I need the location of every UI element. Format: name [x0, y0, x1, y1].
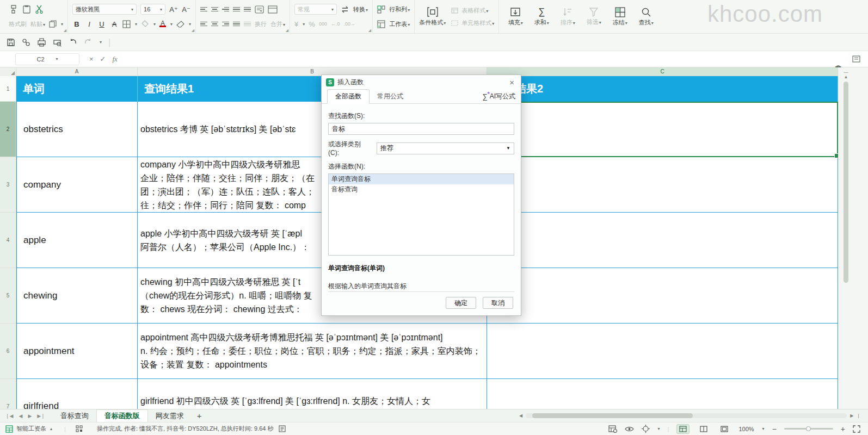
fullscreen-icon[interactable] [853, 425, 860, 433]
cell-a2[interactable]: obstetrics [16, 102, 138, 157]
cell-c5[interactable] [487, 268, 838, 324]
table-settings-icon[interactable] [608, 425, 617, 433]
align-top-icon[interactable] [200, 7, 207, 12]
print-icon[interactable] [37, 38, 46, 47]
cell-style-button[interactable]: 单元格样式▾ [451, 19, 494, 27]
header-cell-word[interactable]: 单词 [16, 76, 138, 102]
font-name-select[interactable]: 微软雅黑▾ [72, 4, 137, 15]
sheet-tab-phonetic-function[interactable]: 音标函数版 [96, 409, 148, 422]
save-icon[interactable] [7, 38, 15, 47]
thousand-separator-button[interactable]: 000 [319, 21, 327, 27]
cell-c2[interactable] [487, 102, 838, 157]
rows-columns-button[interactable]: 行和列▾ [389, 5, 410, 14]
normal-view-icon[interactable] [676, 424, 690, 434]
copy-caret[interactable]: ▾ [61, 22, 63, 27]
wrap-text-icon[interactable] [255, 5, 264, 14]
decrease-decimal-button[interactable]: .00→ [343, 21, 355, 27]
cancel-button[interactable]: 取消 [483, 297, 513, 309]
underline-button[interactable]: U [97, 20, 106, 28]
cut-icon[interactable] [35, 5, 44, 14]
eye-icon[interactable] [625, 426, 634, 432]
align-right-icon[interactable] [222, 22, 229, 27]
strikethrough-button[interactable]: A [110, 20, 119, 28]
list-item-phonetic-query[interactable]: 音标查询 [329, 184, 514, 195]
next-sheet-icon[interactable]: ▶ [28, 413, 32, 419]
font-color-icon[interactable]: A [159, 21, 166, 27]
column-header-c[interactable]: C [487, 67, 838, 76]
select-all-corner[interactable] [0, 67, 16, 76]
smart-payroll-button[interactable]: 智能工资条 ▴ [5, 425, 52, 433]
add-sheet-button[interactable]: + [197, 411, 202, 420]
zoom-in-button[interactable]: + [841, 425, 845, 433]
page-layout-view-icon[interactable] [718, 424, 731, 434]
fill-button[interactable]: 填充▾ [503, 7, 527, 27]
convert-icon[interactable] [341, 6, 349, 13]
align-left-icon[interactable] [200, 22, 207, 27]
number-format-select[interactable]: 常规▾ [294, 4, 337, 15]
row-header-2[interactable]: 2 [0, 102, 16, 157]
merge-cells-button[interactable]: 合并▾ [270, 20, 285, 28]
tab-all-functions[interactable]: 全部函数 [327, 89, 370, 104]
align-center-icon[interactable] [211, 22, 218, 27]
zoom-slider-thumb[interactable] [806, 426, 811, 431]
wrap-text-button[interactable]: 换行 [255, 20, 267, 28]
row-header-7[interactable]: 7 [0, 379, 16, 409]
ok-button[interactable]: 确定 [446, 297, 476, 309]
convert-button[interactable]: 转换▾ [353, 5, 368, 14]
justify-icon[interactable] [233, 22, 240, 27]
zoom-level[interactable]: 100% [738, 426, 754, 432]
row-header-6[interactable]: 6 [0, 324, 16, 379]
page-break-view-icon[interactable] [697, 424, 710, 434]
vsplit-handle[interactable]: — [844, 70, 848, 74]
increase-font-button[interactable]: A⁺ [169, 5, 178, 14]
sheet-tab-user-request[interactable]: 网友需求 [148, 410, 192, 422]
hscrollbar-thumb[interactable] [532, 413, 693, 418]
vscrollbar-thumb[interactable] [844, 82, 848, 283]
locate-icon[interactable] [642, 425, 650, 433]
freeze-button[interactable]: 冻结▾ [608, 7, 632, 27]
hsplit-handle[interactable]: ❘ [857, 413, 860, 418]
cell-b6[interactable]: appointment 高中四级六级考研考博雅思托福 英 [əˈpɔɪntmən… [138, 324, 487, 379]
sum-button[interactable]: ∑ 求和▾ [530, 7, 553, 27]
find-function-input[interactable]: 音标 [328, 123, 514, 135]
zoom-caret[interactable]: ▾ [762, 426, 765, 431]
align-middle-icon[interactable] [211, 7, 218, 12]
increase-decimal-button[interactable]: ←.0 [331, 21, 340, 27]
paste-icon[interactable] [22, 5, 31, 14]
clipboard-launcher-icon[interactable]: ◢ [64, 28, 66, 33]
align-bottom-icon[interactable] [222, 7, 229, 12]
prev-sheet-icon[interactable]: ◀ [19, 413, 22, 419]
sort-button[interactable]: 排序▾ [556, 7, 580, 27]
header-cell-result2[interactable]: 查询结果2 [487, 76, 838, 102]
cell-c7[interactable] [487, 379, 838, 409]
cell-c6[interactable] [487, 324, 838, 379]
cell-a4[interactable]: apple [16, 213, 138, 268]
sheet-tab-phonetic-query[interactable]: 音标查询 [53, 410, 96, 422]
number-launcher-icon[interactable]: ◢ [368, 28, 371, 33]
table-style-button[interactable]: 表格样式▾ [451, 7, 494, 15]
zoom-slider[interactable] [784, 428, 833, 430]
list-item-word-phonetic[interactable]: 单词查询音标 [329, 174, 514, 184]
decrease-font-button[interactable]: A⁻ [182, 5, 190, 14]
horizontal-scrollbar[interactable] [526, 413, 847, 418]
dialog-titlebar[interactable]: S 插入函数 × [322, 75, 521, 90]
font-size-select[interactable]: 16▾ [140, 4, 165, 15]
row-header-3[interactable]: 3 [0, 157, 16, 213]
hscroll-right-icon[interactable]: ▶ [850, 413, 853, 418]
increase-indent-icon[interactable] [244, 7, 251, 12]
format-painter-button[interactable]: 格式刷 [9, 20, 27, 28]
redo-icon[interactable] [84, 39, 93, 46]
print-preview-icon[interactable] [53, 38, 62, 47]
last-sheet-icon[interactable]: ▶❘ [37, 413, 45, 419]
locate-caret[interactable]: ▾ [658, 426, 660, 431]
undo-icon[interactable] [69, 39, 77, 46]
quickbar-caret[interactable]: ▾ [100, 40, 102, 45]
row-header-1[interactable]: 1 [0, 76, 16, 102]
category-dropdown[interactable]: 推荐▼ [377, 142, 514, 154]
percent-button[interactable]: % [309, 20, 315, 28]
format-painter-icon[interactable] [9, 5, 19, 14]
confirm-entry-icon[interactable]: ✓ [100, 55, 106, 63]
scroll-up-icon[interactable]: ▲ [844, 74, 848, 79]
formula-input[interactable] [123, 53, 847, 65]
borders-icon[interactable] [122, 20, 131, 28]
